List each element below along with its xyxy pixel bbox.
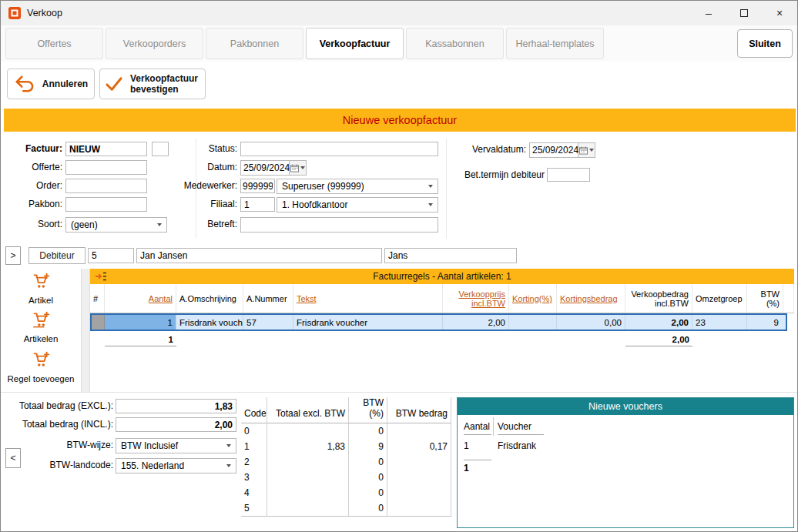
expand-glyph: > [10, 250, 15, 261]
debiteur-zoeknaam-input[interactable] [384, 248, 517, 263]
app-icon [8, 7, 21, 19]
btw-cell-pct: 0 [349, 500, 387, 516]
tab-verkooporders[interactable]: Verkooporders [106, 28, 203, 59]
datum-input[interactable]: 25/09/2024 [240, 160, 290, 176]
col-header-filler [783, 284, 794, 313]
debiteur-naam-input[interactable] [136, 248, 382, 263]
grid-row[interactable]: 1 Frisdrank voucher 57 Frisdrank voucher… [90, 313, 787, 331]
chevron-down-icon [428, 185, 433, 188]
chevron-down-icon [226, 464, 231, 467]
filiaal-select[interactable]: 1. Hoofdkantoor [277, 197, 438, 212]
btw-landcode-select[interactable]: 155. Nederland [116, 458, 236, 473]
bettermijn-label: Bet.termijn debiteur [455, 169, 545, 180]
form-separator [446, 139, 447, 239]
betreft-input[interactable] [240, 217, 438, 233]
btw-cell-bedrag [387, 470, 451, 485]
bevestigen-button[interactable]: Verkoopfactuur bevestigen [99, 69, 206, 99]
soort-label: Soort: [8, 219, 62, 229]
btw-cell-code: 3 [241, 470, 267, 485]
col-header-tekst[interactable]: Tekst [293, 284, 443, 313]
col-header-omschrijving[interactable]: A.Omschrijving [176, 284, 243, 313]
debiteur-nummer-input[interactable] [88, 248, 134, 263]
app-window: Verkoop – × Offertes Verkooporders Pakbo… [0, 0, 798, 532]
medewerker-select[interactable]: Superuser (999999) [277, 179, 438, 194]
btw-cell-excl [267, 500, 349, 516]
medewerker-value: Superuser (999999) [282, 181, 364, 192]
chevron-down-icon [428, 203, 433, 206]
pakbon-input[interactable] [65, 197, 147, 212]
btw-cell-code: 4 [241, 485, 267, 500]
col-header-kortingsbedrag[interactable]: Kortingsbedrag [557, 284, 625, 313]
medewerker-code-input[interactable] [240, 179, 275, 193]
sidebar-item-regel-toevoegen[interactable]: Regel toevoegen [1, 350, 81, 383]
cell-verkoopbedrag[interactable]: 2,00 [625, 315, 692, 330]
vouchers-panel: Nieuwe vouchers Aantal Voucher 1 Frisdra… [457, 397, 794, 528]
col-header-verkoopbedrag[interactable]: Verkoopbedrag incl.BTW [625, 284, 692, 313]
expand-panel-button[interactable]: > [5, 246, 21, 265]
voucher-cell-voucher: Frisdrank [498, 440, 536, 451]
btw-wijze-select[interactable]: BTW Inclusief [116, 438, 236, 453]
cell-btw[interactable]: 9 [747, 315, 782, 330]
sidebar-item-artikelen[interactable]: Artikelen [1, 310, 81, 343]
tab-herhaal-templates[interactable]: Herhaal-templates [506, 28, 604, 59]
order-input[interactable] [65, 179, 147, 193]
tab-pakbonnen[interactable]: Pakbonnen [206, 28, 303, 59]
soort-value: (geen) [71, 219, 98, 230]
minimize-button[interactable]: – [691, 1, 726, 25]
invoice-banner-title: Nieuwe verkoopfactuur [343, 114, 457, 126]
sluiten-button[interactable]: Sluiten [737, 29, 793, 58]
btw-cell-bedrag [387, 500, 451, 516]
chevron-down-icon [226, 444, 231, 447]
vervaldatum-input[interactable]: 25/09/2024 [529, 142, 578, 158]
debiteur-row: > Debiteur [1, 246, 798, 267]
close-button[interactable]: × [762, 1, 797, 25]
cell-tekst[interactable]: Frisdrank voucher [293, 315, 443, 330]
titlebar: Verkoop – × [1, 1, 797, 25]
sidebar-item-artikel[interactable]: Artikel [1, 272, 81, 305]
tab-offertes[interactable]: Offertes [5, 28, 103, 59]
maximize-button[interactable] [726, 1, 762, 25]
total-verkoopbedrag: 2,00 [625, 333, 692, 346]
col-header-omzetgroep[interactable]: Omzetgroep [692, 284, 747, 313]
btw-cell-excl [267, 423, 349, 439]
factuur-browse-button[interactable] [152, 142, 169, 156]
chevron-down-icon [589, 149, 594, 152]
vervaldatum-label: Vervaldatum: [449, 144, 526, 155]
tab-verkoopfactuur[interactable]: Verkoopfactuur [306, 28, 404, 59]
debiteur-button[interactable]: Debiteur [28, 247, 86, 264]
cell-nummer[interactable]: 57 [243, 315, 293, 330]
cell-omschrijving[interactable]: Frisdrank voucher [176, 315, 243, 330]
cell-verkoopprijs[interactable]: 2,00 [443, 315, 509, 330]
vervaldatum-calendar-button[interactable] [578, 142, 595, 158]
annuleren-label: Annuleren [42, 79, 88, 89]
col-header-verkoopprijs[interactable]: Verkoopprijs incl.BTW [443, 284, 509, 313]
voucher-cell-aantal: 1 [464, 440, 469, 451]
cell-korting[interactable] [509, 315, 557, 330]
invoice-banner: Nieuwe verkoopfactuur [4, 109, 796, 132]
filiaal-code-input[interactable] [240, 197, 275, 212]
offerte-input[interactable] [65, 160, 147, 175]
annuleren-button[interactable]: Annuleren [7, 69, 95, 99]
cell-aantal[interactable]: 1 [105, 315, 176, 330]
bettermijn-input[interactable] [547, 168, 590, 182]
col-header-korting[interactable]: Korting(%) [509, 284, 557, 313]
datum-calendar-button[interactable] [290, 160, 307, 176]
btw-cell-pct: 0 [349, 454, 387, 470]
cell-omzetgroep[interactable]: 23 [692, 315, 747, 330]
factuur-input[interactable] [65, 142, 147, 156]
totaal-incl-input[interactable] [116, 417, 236, 432]
col-header-nummer[interactable]: A.Nummer [243, 284, 293, 313]
btw-cell-excl [267, 485, 349, 500]
col-header-aantal[interactable]: Aantal [105, 284, 176, 313]
totaal-excl-label: Totaal bedrag (EXCL.): [8, 400, 113, 411]
cell-kortingsbedrag[interactable]: 0,00 [557, 315, 625, 330]
datum-value: 25/09/2024 [243, 162, 290, 173]
soort-select[interactable]: (geen) [65, 217, 167, 233]
status-input[interactable] [240, 142, 438, 156]
cell-row-selector[interactable] [92, 315, 105, 330]
splitter[interactable] [81, 269, 90, 392]
btw-cell-excl [267, 470, 349, 485]
totaal-excl-input[interactable] [116, 399, 236, 413]
col-header-btw[interactable]: BTW (%) [747, 284, 783, 313]
tab-kassabonnen[interactable]: Kassabonnen [406, 28, 504, 59]
